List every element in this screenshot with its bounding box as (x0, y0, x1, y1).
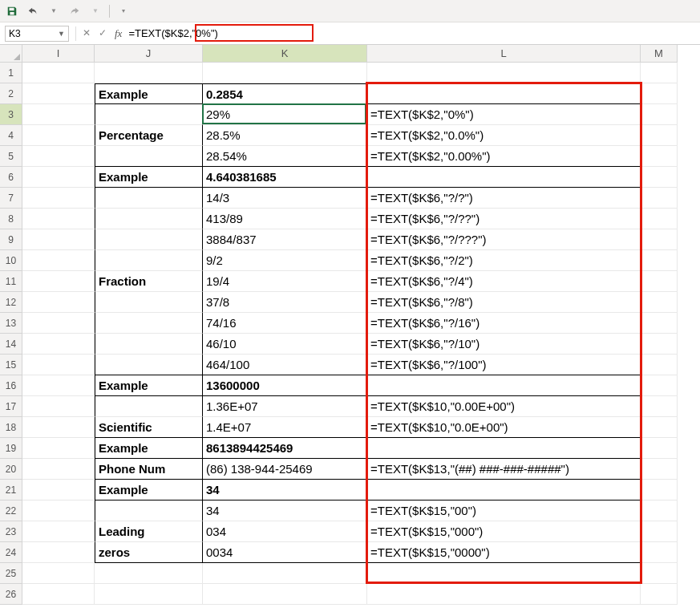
cell-K25[interactable] (203, 563, 367, 584)
cell-L24[interactable]: =TEXT($K$15,"0000") (367, 542, 641, 563)
cells-area[interactable]: Example0.285429%=TEXT($K$2,"0%")Percenta… (22, 63, 700, 616)
cell-I17[interactable] (22, 396, 95, 417)
undo-dropdown-icon[interactable]: ▼ (47, 4, 61, 18)
cell-K17[interactable]: 1.36E+07 (203, 396, 367, 417)
row-header-21[interactable]: 21 (0, 480, 22, 500)
cell-K19[interactable]: 8613894425469 (203, 438, 367, 459)
cell-M22[interactable] (641, 500, 678, 521)
cell-M8[interactable] (641, 209, 678, 229)
cell-K6[interactable]: 4.640381685 (203, 167, 367, 188)
cell-J21[interactable]: Example (95, 480, 203, 500)
cell-M19[interactable] (641, 438, 678, 459)
row-header-26[interactable]: 26 (0, 584, 22, 605)
select-all-corner[interactable] (0, 45, 22, 63)
cell-I5[interactable] (22, 146, 95, 167)
cell-K4[interactable]: 28.5% (203, 125, 367, 146)
cell-K11[interactable]: 19/4 (203, 271, 367, 292)
cell-I20[interactable] (22, 459, 95, 480)
cell-I6[interactable] (22, 167, 95, 188)
cancel-icon[interactable]: ✕ (83, 27, 91, 40)
cell-L3[interactable]: =TEXT($K$2,"0%") (367, 104, 641, 125)
cell-I21[interactable] (22, 480, 95, 500)
cell-I15[interactable] (22, 355, 95, 375)
cell-I3[interactable] (22, 104, 95, 125)
cell-J4[interactable]: Percentage (95, 125, 203, 146)
cell-J26[interactable] (95, 584, 203, 605)
cell-M21[interactable] (641, 480, 678, 500)
cell-K22[interactable]: 34 (203, 500, 367, 521)
cell-L12[interactable]: =TEXT($K$6,"?/8") (367, 292, 641, 313)
row-header-12[interactable]: 12 (0, 292, 22, 313)
row-header-1[interactable]: 1 (0, 63, 22, 83)
fx-icon[interactable]: fx (115, 27, 122, 40)
cell-J14[interactable] (95, 334, 203, 355)
cell-J10[interactable] (95, 250, 203, 271)
cell-J24[interactable]: zeros (95, 542, 203, 563)
cell-J18[interactable]: Scientific (95, 417, 203, 438)
qat-customize-icon[interactable]: ▾ (116, 4, 131, 18)
row-header-2[interactable]: 2 (0, 83, 22, 104)
cell-M13[interactable] (641, 313, 678, 334)
cell-I14[interactable] (22, 334, 95, 355)
cell-K15[interactable]: 464/100 (203, 355, 367, 375)
cell-M4[interactable] (641, 125, 678, 146)
name-box[interactable]: K3 ▼ (5, 26, 69, 42)
cell-I4[interactable] (22, 125, 95, 146)
row-header-5[interactable]: 5 (0, 146, 22, 167)
cell-M14[interactable] (641, 334, 678, 355)
cell-I16[interactable] (22, 375, 95, 396)
cell-J5[interactable] (95, 146, 203, 167)
spreadsheet-grid[interactable]: IJKLM 1234567891011121314151617181920212… (0, 45, 700, 616)
cell-L15[interactable]: =TEXT($K$6,"?/100") (367, 355, 641, 375)
cell-M3[interactable] (641, 104, 678, 125)
cell-K1[interactable] (203, 63, 367, 83)
cell-K10[interactable]: 9/2 (203, 250, 367, 271)
cell-J7[interactable] (95, 188, 203, 209)
column-header-I[interactable]: I (22, 45, 95, 63)
cell-K8[interactable]: 413/89 (203, 209, 367, 229)
cell-L13[interactable]: =TEXT($K$6,"?/16") (367, 313, 641, 334)
cell-K26[interactable] (203, 584, 367, 605)
cell-M11[interactable] (641, 271, 678, 292)
cell-K21[interactable]: 34 (203, 480, 367, 500)
cell-I24[interactable] (22, 542, 95, 563)
cell-K2[interactable]: 0.2854 (203, 83, 367, 104)
name-box-dropdown-icon[interactable]: ▼ (58, 30, 65, 38)
formula-input[interactable] (128, 26, 695, 42)
cell-J16[interactable]: Example (95, 375, 203, 396)
column-header-K[interactable]: K (203, 45, 367, 63)
row-header-4[interactable]: 4 (0, 125, 22, 146)
cell-L5[interactable]: =TEXT($K$2,"0.00%") (367, 146, 641, 167)
cell-M5[interactable] (641, 146, 678, 167)
cell-L26[interactable] (367, 584, 641, 605)
cell-I2[interactable] (22, 83, 95, 104)
column-header-J[interactable]: J (95, 45, 203, 63)
cell-M20[interactable] (641, 459, 678, 480)
cell-L21[interactable] (367, 480, 641, 500)
row-header-6[interactable]: 6 (0, 167, 22, 188)
cell-J13[interactable] (95, 313, 203, 334)
cell-L17[interactable]: =TEXT($K$10,"0.00E+00") (367, 396, 641, 417)
cell-L20[interactable]: =TEXT($K$13,"(##) ###-###-#####") (367, 459, 641, 480)
cell-J2[interactable]: Example (95, 83, 203, 104)
cell-J11[interactable]: Fraction (95, 271, 203, 292)
cell-K23[interactable]: 034 (203, 521, 367, 542)
save-icon[interactable] (5, 4, 19, 18)
cell-M9[interactable] (641, 229, 678, 250)
cell-M7[interactable] (641, 188, 678, 209)
cell-L10[interactable]: =TEXT($K$6,"?/2") (367, 250, 641, 271)
row-header-3[interactable]: 3 (0, 104, 22, 125)
cell-J15[interactable] (95, 355, 203, 375)
cell-M17[interactable] (641, 396, 678, 417)
cell-I18[interactable] (22, 417, 95, 438)
cell-M12[interactable] (641, 292, 678, 313)
cell-I19[interactable] (22, 438, 95, 459)
cell-K7[interactable]: 14/3 (203, 188, 367, 209)
cell-M18[interactable] (641, 417, 678, 438)
cell-I7[interactable] (22, 188, 95, 209)
cell-M24[interactable] (641, 542, 678, 563)
cell-L4[interactable]: =TEXT($K$2,"0.0%") (367, 125, 641, 146)
row-header-16[interactable]: 16 (0, 375, 22, 396)
row-header-8[interactable]: 8 (0, 209, 22, 229)
cell-K24[interactable]: 0034 (203, 542, 367, 563)
